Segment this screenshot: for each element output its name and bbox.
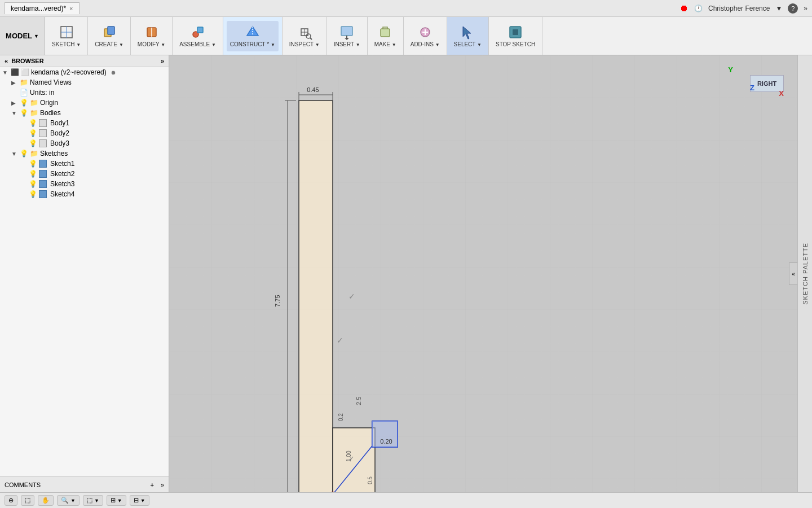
named-views-item[interactable]: ▶ 📁 Named Views: [0, 77, 169, 87]
construct-button[interactable]: CONSTRUCT * ▼: [227, 21, 279, 51]
named-views-arrow[interactable]: ▶: [11, 80, 18, 86]
insert-button[interactable]: INSERT ▼: [330, 21, 364, 51]
sketch3-item[interactable]: 💡 Sketch3: [0, 179, 169, 189]
addins-button[interactable]: ADD-INS ▼: [407, 21, 443, 51]
insert-group: INSERT ▼: [327, 17, 368, 55]
statusbar-left: ⊕ ⬚ ✋ 🔍 ▼ ⬚ ▼ ⊞ ▼ ⊟ ▼: [5, 495, 149, 506]
assemble-button[interactable]: ASSEMBLE ▼: [176, 21, 219, 51]
modify-button[interactable]: MODIFY ▼: [134, 21, 169, 51]
user-name: Christopher Ference: [708, 5, 770, 12]
nav-view-button[interactable]: ⬚ ▼: [83, 495, 103, 506]
viewport[interactable]: 0.45 7.75 2.5 0.2 1.00 0.5 0.20 ✓ ✓ ✓ ✓ …: [169, 55, 812, 492]
history-icon[interactable]: 🕐: [694, 5, 703, 12]
comments-label: COMMENTS: [5, 481, 41, 488]
axis-y-label: Y: [728, 65, 733, 74]
nav-grid-button[interactable]: ⊞ ▼: [107, 495, 126, 506]
sketch-button[interactable]: SKETCH ▼: [48, 21, 84, 51]
inspect-icon: [297, 24, 312, 40]
bodies-arrow[interactable]: ▼: [11, 110, 18, 116]
sketch-palette-collapse-button[interactable]: «: [789, 262, 798, 285]
record-button[interactable]: ⏺: [679, 3, 689, 14]
sketches-arrow[interactable]: ▼: [11, 151, 18, 157]
svg-line-14: [310, 38, 312, 40]
origin-folder-icon: 📁: [30, 99, 38, 107]
svg-rect-27: [169, 55, 812, 492]
origin-arrow[interactable]: ▶: [11, 100, 18, 106]
root-action[interactable]: ⏺: [111, 69, 116, 76]
sketch2-item[interactable]: 💡 Sketch2: [0, 169, 169, 179]
select-button[interactable]: SELECT ▼: [451, 21, 485, 51]
model-arrow: ▼: [34, 33, 39, 39]
sketch1-item[interactable]: 💡 Sketch1: [0, 159, 169, 169]
sketch3-sketch-icon: [39, 180, 47, 188]
nav-pan-button[interactable]: ✋: [38, 495, 54, 506]
stop-sketch-button[interactable]: STOP SKETCH: [492, 21, 539, 51]
svg-rect-4: [108, 27, 114, 34]
sketches-item[interactable]: ▼ 💡 📁 Sketches: [0, 148, 169, 159]
tab-close-button[interactable]: ×: [69, 5, 73, 12]
user-dropdown[interactable]: ▼: [775, 5, 782, 12]
axis-z-label: Z: [750, 84, 754, 92]
dim-top: 0.45: [307, 86, 319, 93]
create-button[interactable]: CREATE ▼: [91, 21, 127, 51]
units-item: 📄 Units: in: [0, 87, 169, 98]
browser-collapse-left[interactable]: «: [5, 58, 8, 64]
svg-rect-8: [197, 27, 203, 33]
nav-home-button[interactable]: ⊕: [5, 495, 17, 506]
construct-group: CONSTRUCT * ▼: [223, 17, 283, 55]
body2-body-icon: [39, 129, 47, 137]
root-expand-arrow[interactable]: ▼: [2, 69, 9, 76]
body1-item[interactable]: 💡 Body1: [0, 118, 169, 128]
tree-root[interactable]: ▼ ⬛ ⬜ kendama (v2~recovered) ⏺: [0, 67, 169, 77]
constraint-mark-1: ✓: [348, 292, 355, 301]
body3-label: Body3: [50, 139, 69, 147]
sketch2-label: Sketch2: [50, 170, 74, 178]
document-tab[interactable]: kendama...vered)* ×: [5, 2, 80, 14]
sketch4-sketch-icon: [39, 190, 47, 198]
construct-icon: [245, 24, 261, 40]
make-label: MAKE ▼: [374, 41, 396, 47]
constraint-mark-3: ✓: [348, 454, 355, 463]
sketch2-sketch-icon: [39, 170, 47, 178]
sketch-canvas: 0.45 7.75 2.5 0.2 1.00 0.5 0.20 ✓ ✓ ✓ ✓ …: [169, 55, 812, 492]
sketch1-eye-icon[interactable]: 💡: [29, 160, 37, 168]
inspect-button[interactable]: INSPECT ▼: [286, 21, 323, 51]
help-button[interactable]: ?: [788, 3, 798, 14]
sketch3-eye-icon[interactable]: 💡: [29, 180, 37, 188]
modify-group: MODIFY ▼: [131, 17, 173, 55]
comments-add-button[interactable]: +: [150, 481, 153, 488]
sketch4-eye-icon[interactable]: 💡: [29, 190, 37, 198]
root-label: kendama (v2~recovered): [31, 68, 107, 76]
titlebar: kendama...vered)* × ⏺ 🕐 Christopher Fere…: [0, 0, 812, 17]
make-button[interactable]: MAKE ▼: [371, 21, 400, 51]
sketch4-item[interactable]: 💡 Sketch4: [0, 189, 169, 199]
view-cube-right-label: RIGHT: [757, 80, 776, 87]
stop-sketch-label: STOP SKETCH: [496, 41, 535, 47]
insert-label: INSERT ▼: [334, 41, 360, 47]
sketch-group: SKETCH ▼: [45, 17, 88, 55]
dim-side: 7.75: [274, 295, 281, 306]
origin-item[interactable]: ▶ 💡 📁 Origin: [0, 98, 169, 108]
nav-display-button[interactable]: ⊟ ▼: [130, 495, 149, 506]
assemble-label: ASSEMBLE ▼: [179, 41, 216, 47]
sketches-folder-icon: 📁: [30, 150, 38, 157]
tab-label: kendama...vered)*: [11, 5, 66, 12]
browser-content: ▼ ⬛ ⬜ kendama (v2~recovered) ⏺ ▶ 📁 Named…: [0, 67, 169, 476]
body2-eye-icon[interactable]: 💡: [29, 129, 37, 137]
nav-fit-button[interactable]: ⬚: [21, 495, 34, 506]
body1-eye-icon[interactable]: 💡: [29, 119, 37, 127]
body2-item[interactable]: 💡 Body2: [0, 128, 169, 138]
browser-expand-right[interactable]: »: [161, 58, 164, 64]
comments-resize-handle[interactable]: »: [161, 481, 164, 488]
root-icon2: ⬜: [21, 68, 29, 76]
body3-eye-icon[interactable]: 💡: [29, 139, 37, 147]
model-mode-button[interactable]: MODEL ▼: [0, 17, 45, 55]
expand-button[interactable]: »: [804, 5, 807, 12]
body3-item[interactable]: 💡 Body3: [0, 138, 169, 148]
nav-zoom-button[interactable]: 🔍 ▼: [57, 495, 80, 506]
bodies-item[interactable]: ▼ 💡 📁 Bodies: [0, 108, 169, 118]
view-cube[interactable]: RIGHT: [739, 61, 784, 106]
sketch2-eye-icon[interactable]: 💡: [29, 170, 37, 178]
insert-icon: [339, 24, 355, 40]
browser-title: BROWSER: [11, 58, 43, 64]
